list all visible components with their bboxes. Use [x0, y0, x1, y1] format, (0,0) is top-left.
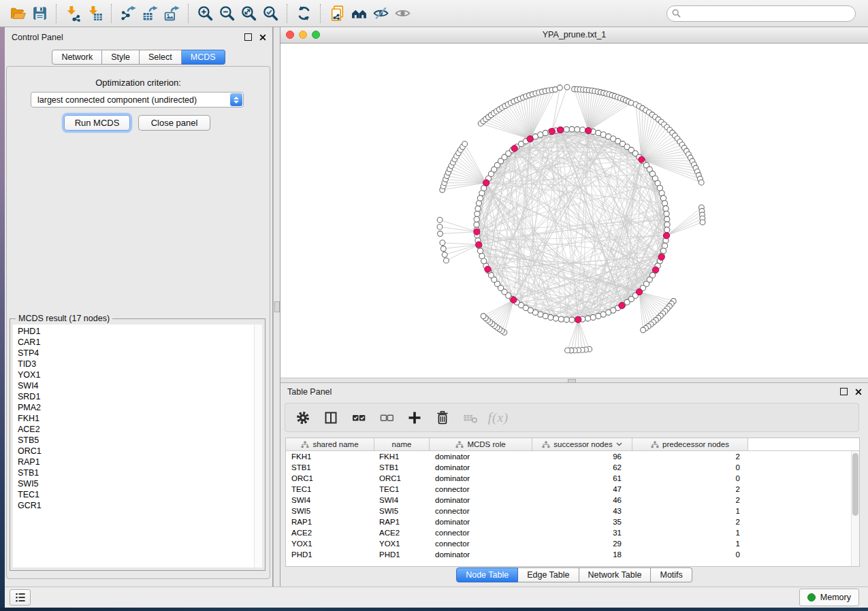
close-panel-button[interactable]: Close panel	[138, 115, 210, 131]
export-image-icon	[163, 5, 180, 22]
export-image-button[interactable]	[161, 3, 182, 24]
column-header-name[interactable]: name	[374, 438, 430, 451]
vertical-splitter-handle[interactable]	[274, 301, 280, 312]
mcds-result-item[interactable]: STP4	[18, 348, 262, 359]
vertical-splitter[interactable]	[273, 27, 280, 587]
mcds-result-item[interactable]: SWI5	[18, 478, 262, 489]
control-panel-title: Control Panel	[12, 33, 63, 42]
first-neighbors-button[interactable]	[348, 3, 370, 24]
table-scrollbar-thumb[interactable]	[852, 453, 858, 516]
float-panel-icon[interactable]	[244, 33, 252, 41]
mcds-result-item[interactable]: FKH1	[18, 413, 262, 424]
zoom-in-button[interactable]	[194, 3, 216, 24]
mcds-result-item[interactable]: CAR1	[18, 337, 262, 348]
zoom-selected-button[interactable]	[259, 3, 281, 24]
mcds-result-item[interactable]: STB1	[18, 467, 262, 478]
refresh-layout-button[interactable]	[293, 3, 315, 24]
tab-motifs[interactable]: Motifs	[651, 567, 692, 582]
criterion-selected-value: largest connected component (undirected)	[31, 95, 230, 105]
mcds-result-list[interactable]: PHD1CAR1STP4TID3YOX1SWI4SRD1PMA2FKH1ACE2…	[13, 325, 262, 567]
tab-network[interactable]: Network	[52, 50, 102, 65]
save-session-button[interactable]	[29, 3, 50, 24]
tab-node-table[interactable]: Node Table	[456, 567, 518, 582]
column-header-predecessor-nodes[interactable]: predecessor nodes	[632, 438, 748, 451]
optimization-criterion-select[interactable]: largest connected component (undirected)	[31, 92, 244, 108]
run-mcds-button[interactable]: Run MCDS	[64, 115, 130, 131]
cell-successor-nodes: 43	[532, 507, 632, 515]
minimize-window-icon[interactable]	[299, 31, 307, 39]
close-window-icon[interactable]	[286, 31, 294, 39]
cell-shared-name: SWI4	[286, 496, 374, 504]
table-row[interactable]: FKH1FKH1dominator962	[286, 451, 859, 462]
horizontal-splitter[interactable]	[280, 378, 868, 383]
table-row[interactable]: TEC1TEC1connector472	[286, 484, 859, 495]
toggle-panes-button[interactable]	[322, 409, 340, 427]
tab-mcds[interactable]: MCDS	[182, 50, 225, 65]
table-row[interactable]: ORC1ORC1dominator610	[286, 473, 859, 484]
column-header-MCDS-role[interactable]: MCDS role	[430, 438, 532, 451]
table-scrollbar[interactable]	[851, 451, 859, 566]
mcds-result-item[interactable]: GCR1	[18, 500, 262, 511]
header-filler	[748, 438, 859, 451]
tab-edge-table[interactable]: Edge Table	[518, 567, 579, 582]
table-row[interactable]: RAP1RAP1dominator352	[286, 516, 859, 527]
desktop-wallpaper-left	[0, 27, 5, 611]
mcds-result-item[interactable]: SWI4	[18, 380, 262, 391]
status-bar: Memory	[5, 587, 868, 608]
maximize-window-icon[interactable]	[312, 31, 320, 39]
select-all-rows-button[interactable]	[350, 409, 368, 427]
memory-button[interactable]: Memory	[799, 589, 859, 606]
new-network-from-selection-button[interactable]	[326, 3, 348, 24]
tab-style[interactable]: Style	[102, 50, 140, 65]
close-panel-icon[interactable]	[259, 34, 266, 41]
search-field[interactable]	[666, 5, 856, 22]
deselect-all-rows-button[interactable]	[378, 409, 396, 427]
zoom-in-icon	[197, 5, 214, 22]
task-history-button[interactable]	[10, 589, 31, 606]
mcds-list-scrollbar[interactable]	[254, 325, 262, 567]
column-header-shared-name[interactable]: shared name	[286, 438, 374, 451]
mcds-result-item[interactable]: PMA2	[18, 402, 262, 413]
mcds-result-item[interactable]: YOX1	[18, 369, 262, 380]
network-canvas[interactable]	[280, 44, 868, 378]
zoom-fit-button[interactable]	[238, 3, 259, 24]
mcds-result-item[interactable]: TEC1	[18, 489, 262, 500]
mcds-result-title: MCDS result (17 nodes)	[16, 314, 112, 323]
zoom-out-button[interactable]	[216, 3, 238, 24]
table-settings-button[interactable]	[294, 409, 312, 427]
mcds-result-item[interactable]: ACE2	[18, 424, 262, 435]
mcds-result-item[interactable]: STB5	[18, 435, 262, 446]
cell-MCDS-role: dominator	[430, 463, 532, 472]
table-row[interactable]: YOX1YOX1connector291	[286, 538, 859, 549]
table-row[interactable]: PHD1PHD1dominator180	[286, 549, 859, 560]
table-row[interactable]: SWI5SWI5connector431	[286, 506, 859, 516]
show-all-button[interactable]	[391, 3, 413, 24]
cell-shared-name: ORC1	[286, 474, 374, 482]
open-file-button[interactable]	[7, 3, 29, 24]
optimization-criterion-label: Optimization criterion:	[7, 78, 270, 88]
column-header-successor-nodes[interactable]: successor nodes	[532, 438, 632, 451]
delete-column-button[interactable]	[434, 409, 451, 427]
import-table-button[interactable]	[84, 3, 106, 24]
float-table-panel-icon[interactable]	[840, 388, 848, 395]
cell-MCDS-role: dominator	[430, 496, 532, 504]
mcds-result-item[interactable]: RAP1	[18, 457, 262, 467]
mcds-result-item[interactable]: ORC1	[18, 446, 262, 457]
function-builder-icon: f(x)	[488, 410, 509, 425]
import-network-button[interactable]	[62, 3, 84, 24]
mcds-result-item[interactable]: SRD1	[18, 391, 262, 402]
table-row[interactable]: ACE2ACE2connector311	[286, 527, 859, 538]
mcds-result-item[interactable]: PHD1	[18, 326, 262, 337]
cell-name: PHD1	[374, 550, 430, 559]
export-network-button[interactable]	[117, 3, 139, 24]
tab-network-table[interactable]: Network Table	[579, 567, 652, 582]
search-input[interactable]	[684, 7, 855, 20]
add-column-button[interactable]	[406, 409, 423, 427]
close-table-panel-icon[interactable]	[855, 389, 862, 395]
table-row[interactable]: STB1STB1dominator620	[286, 462, 859, 473]
tab-select[interactable]: Select	[140, 50, 182, 65]
table-row[interactable]: SWI4SWI4dominator462	[286, 495, 859, 506]
mcds-result-item[interactable]: TID3	[18, 359, 262, 369]
hide-selected-button[interactable]	[370, 3, 391, 24]
export-table-button[interactable]	[139, 3, 161, 24]
